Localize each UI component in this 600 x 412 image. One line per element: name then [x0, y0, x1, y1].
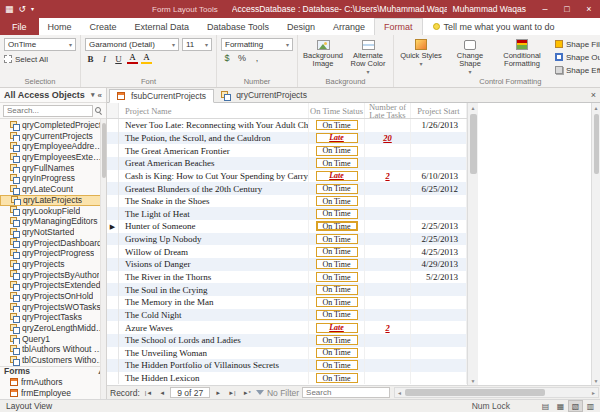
font-color-button[interactable]: A	[127, 53, 138, 64]
cell-late-tasks[interactable]: 2	[365, 170, 411, 183]
cell-late-tasks[interactable]	[365, 258, 411, 271]
record-selector[interactable]	[107, 144, 119, 157]
sidebar-item-qryzerolengthmiddleinitial[interactable]: qryZeroLengthMiddleInitial	[0, 323, 106, 334]
sidebar-item-qryprojecttasks[interactable]: qryProjectTasks	[0, 312, 106, 323]
datasheet-vertical-scrollbar[interactable]: ▲ ▼	[467, 103, 478, 385]
first-record-button[interactable]: |◄	[143, 387, 155, 399]
quick-styles-button[interactable]: Quick Styles ▾	[398, 38, 444, 68]
cell-late-tasks[interactable]	[365, 144, 411, 157]
sidebar-item-qryprojectsextended[interactable]: qryProjectsExtended	[0, 280, 106, 291]
undo-icon[interactable]: ↺	[19, 0, 27, 18]
record-selector[interactable]	[107, 258, 119, 271]
table-row[interactable]: The Light of HeatOn Time	[107, 207, 467, 220]
underline-button[interactable]: U	[113, 54, 124, 64]
window-vertical-scrollbar[interactable]: ▲ ▼	[591, 103, 600, 385]
shape-effects-button[interactable]: Shape Effects ▾	[555, 64, 600, 76]
cell-late-tasks[interactable]	[365, 233, 411, 246]
cell-late-tasks[interactable]	[365, 157, 411, 170]
ribbon-tab-arrange[interactable]: Arrange	[324, 18, 374, 35]
cell-on-time-status[interactable]: On Time	[309, 119, 365, 132]
font-size-combo[interactable]: 11 ▾	[182, 38, 212, 51]
record-selector[interactable]	[107, 309, 119, 322]
fill-color-button[interactable]: A	[141, 53, 152, 64]
ribbon-tab-format[interactable]: Format	[374, 18, 423, 35]
cell-project-name[interactable]: Never Too Late: Reconnecting with Your A…	[119, 119, 309, 132]
navigation-pane-header[interactable]: All Access Objects ▾ «	[0, 88, 106, 103]
ribbon-tab-database-tools[interactable]: Database Tools	[198, 18, 278, 35]
sidebar-item-qryprojectprogress[interactable]: qryProjectProgress	[0, 248, 106, 259]
column-header-project-name[interactable]: Project Name	[119, 103, 309, 118]
cell-project-name[interactable]: The Unveiling Woman	[119, 347, 309, 360]
nav-section-forms[interactable]: Forms ▴	[0, 366, 106, 377]
record-selector[interactable]	[107, 372, 119, 385]
table-row[interactable]: The Hidden Portfolio of Villainous Secre…	[107, 359, 467, 372]
cell-on-time-status[interactable]: On Time	[309, 372, 365, 385]
table-row[interactable]: Willow of DreamOn Time4/25/2013	[107, 245, 467, 258]
account-user-name[interactable]: Muhammad Waqas	[453, 4, 526, 14]
cell-project-name[interactable]: The Great American Frontier	[119, 144, 309, 157]
cell-on-time-status[interactable]: On Time	[309, 271, 365, 284]
cell-on-time-status[interactable]: Late	[309, 132, 365, 145]
sidebar-item-qryprojects[interactable]: qryProjects	[0, 259, 106, 270]
cell-project-name[interactable]: Willow of Dream	[119, 245, 309, 258]
cell-project-start[interactable]	[411, 157, 467, 170]
cell-project-start[interactable]	[411, 309, 467, 322]
tab-fsubcurrentprojects[interactable]: fsubCurrentProjects	[109, 89, 214, 103]
cell-on-time-status[interactable]: On Time	[309, 144, 365, 157]
cell-project-name[interactable]: Cash is King: How to Cut Your Spending b…	[119, 170, 309, 183]
record-selector[interactable]	[107, 207, 119, 220]
percent-format-button[interactable]: %	[236, 53, 248, 63]
cell-project-name[interactable]: Growing Up Nobody	[119, 233, 309, 246]
table-row[interactable]: Cash is King: How to Cut Your Spending b…	[107, 170, 467, 183]
sidebar-item-qryprojectsbyauthor[interactable]: qryProjectsByAuthor	[0, 270, 106, 281]
object-picker-combo[interactable]: OnTime ▾	[4, 38, 76, 51]
ribbon-tab-home[interactable]: Home	[39, 18, 81, 35]
shape-fill-button[interactable]: Shape Fill ▾	[555, 38, 600, 50]
previous-record-button[interactable]: ◄	[157, 387, 167, 399]
sidebar-item-qrylatecount[interactable]: qryLateCount	[0, 184, 106, 195]
cell-on-time-status[interactable]: On Time	[309, 334, 365, 347]
cell-project-start[interactable]	[411, 144, 467, 157]
sidebar-item-qryfullnames[interactable]: qryFullNames	[0, 163, 106, 174]
record-selector[interactable]	[107, 195, 119, 208]
column-header-project-start[interactable]: Project Start	[411, 103, 467, 118]
maximize-button[interactable]: □	[556, 0, 578, 18]
filter-icon[interactable]	[256, 390, 264, 395]
table-row[interactable]: The Unveiling WomanOn Time	[107, 347, 467, 360]
sidebar-item-qrylateprojects[interactable]: qryLateProjects	[0, 195, 106, 206]
record-selector[interactable]	[107, 132, 119, 145]
scroll-right-icon[interactable]: ►	[589, 390, 598, 396]
sidebar-item-qryinprogress[interactable]: qryInProgress	[0, 173, 106, 184]
cell-project-start[interactable]: 5/2/2013	[411, 271, 467, 284]
cell-project-name[interactable]: The Soul in the Crying	[119, 283, 309, 296]
table-row[interactable]: The Snake in the ShoesOn Time	[107, 195, 467, 208]
ribbon-tab-create[interactable]: Create	[81, 18, 126, 35]
sidebar-item-tblcustomers-without-match-[interactable]: tblCustomers Without Match...	[0, 355, 106, 366]
table-row[interactable]: Never Too Late: Reconnecting with Your A…	[107, 119, 467, 132]
record-selector[interactable]	[107, 283, 119, 296]
scroll-left-icon[interactable]: ◄	[395, 390, 404, 396]
cell-project-name[interactable]: Azure Waves	[119, 321, 309, 334]
cell-late-tasks[interactable]	[365, 359, 411, 372]
sidebar-item-qryprojectdashboard[interactable]: qryProjectDashboard	[0, 238, 106, 249]
chevron-down-icon[interactable]: ▾	[91, 91, 95, 99]
table-row[interactable]: Visions of DangerOn Time4/29/2013	[107, 258, 467, 271]
cell-project-name[interactable]: The Snake in the Shoes	[119, 195, 309, 208]
scrollbar-thumb[interactable]	[594, 114, 599, 174]
sidebar-item-qryemployeeaddresses[interactable]: qryEmployeeAddresses	[0, 141, 106, 152]
cell-late-tasks[interactable]: 20	[365, 132, 411, 145]
cell-project-start[interactable]	[411, 359, 467, 372]
record-selector[interactable]	[107, 347, 119, 360]
select-all-records-box[interactable]	[107, 103, 119, 118]
sidebar-item-frmemployee[interactable]: frmEmployee	[0, 388, 106, 399]
cell-on-time-status[interactable]: On Time	[309, 347, 365, 360]
cell-on-time-status[interactable]: On Time	[309, 220, 365, 233]
cell-on-time-status[interactable]: On Time	[309, 182, 365, 195]
search-input[interactable]	[3, 105, 93, 117]
ribbon-tab-design[interactable]: Design	[278, 18, 324, 35]
cell-late-tasks[interactable]	[365, 119, 411, 132]
cell-on-time-status[interactable]: On Time	[309, 258, 365, 271]
scroll-up-icon[interactable]: ▲	[471, 103, 476, 112]
next-record-button[interactable]: ►	[213, 387, 223, 399]
datasheet-view-button[interactable]: ▦	[553, 400, 568, 412]
